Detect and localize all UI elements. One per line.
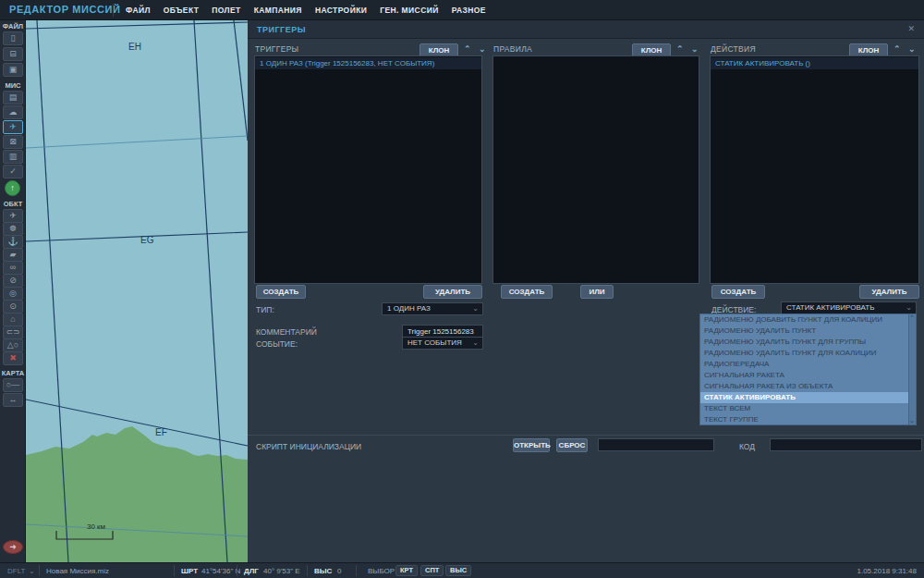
briefing-icon[interactable]: ▤ (3, 91, 23, 105)
type-select[interactable]: 1 ОДИН РАЗ ⌄ (382, 302, 483, 315)
save-mission-icon[interactable]: ▣ (3, 63, 23, 77)
altitude-layer-button[interactable]: ВЫС (445, 565, 471, 576)
action-create-button[interactable]: СОЗДАТЬ (711, 285, 765, 299)
draw-shapes-icon[interactable]: △○ (3, 338, 23, 352)
airplane-icon[interactable]: ✈ (3, 209, 23, 223)
app-title: РЕДАКТОР МИССИЙ (9, 4, 121, 15)
dropdown-option-selected[interactable]: СТАТИК АКТИВИРОВАТЬ (700, 392, 910, 403)
scroll-down-icon[interactable]: ⌄ (908, 417, 916, 424)
map-canvas: EH EG EF 30 км (26, 20, 248, 562)
linked-objects-icon[interactable]: ⊂⊃ (3, 326, 23, 339)
trigger-list-item[interactable]: 1 ОДИН РАЗ (Trigger 1525156283, НЕТ СОБЫ… (255, 57, 481, 69)
sidebar-section-file: ФАЙЛ (0, 22, 26, 31)
longitude-label: ДЛГ (244, 567, 259, 575)
open-mission-icon[interactable]: ⊟ (3, 47, 23, 61)
map-view[interactable]: EH EG EF 30 км (26, 20, 248, 562)
dropdown-option[interactable]: РАДИОМЕНЮ УДАЛИТЬ ПУНКТ (700, 326, 910, 337)
trigger-delete-button[interactable]: УДАЛИТЬ (423, 285, 482, 299)
menu-mission-generator[interactable]: ГЕН. МИССИЙ (380, 6, 438, 15)
rule-create-button[interactable]: СОЗДАТЬ (501, 285, 553, 299)
ruler-icon[interactable]: ○— (3, 378, 23, 392)
dropdown-option[interactable]: РАДИОМЕНЮ УДАЛИТЬ ПУНКТ ДЛЯ ГРУППЫ (700, 337, 910, 348)
menu-settings[interactable]: НАСТРОЙКИ (315, 6, 367, 15)
triggers-move-down-icon[interactable]: ⌄ (479, 44, 486, 54)
convoy-icon[interactable]: ∞ (3, 261, 23, 275)
menu-campaign[interactable]: КАМПАНИЯ (254, 6, 302, 15)
target-icon[interactable]: ⊙ (3, 300, 23, 314)
chevron-down-icon: ⌄ (472, 338, 479, 349)
script-file-input[interactable] (598, 438, 714, 451)
dropdown-option[interactable]: РАДИОМЕНЮ ДОБАВИТЬ ПУНКТ ДЛЯ КОАЛИЦИИ (700, 314, 910, 326)
dropdown-option[interactable]: РАДИОПЕРЕДАЧА (700, 359, 910, 370)
action-dropdown-list[interactable]: РАДИОМЕНЮ ДОБАВИТЬ ПУНКТ ДЛЯ КОАЛИЦИИ РА… (699, 314, 917, 425)
map-layer-button[interactable]: КРТ (395, 565, 418, 576)
altitude-value: 0 (337, 567, 341, 575)
triggers-panel: ТРИГГЕРЫ ✕ ТРИГГЕРЫ КЛОН ⌃ ⌄ ПРАВИЛА КЛО… (248, 20, 924, 562)
menu-flight[interactable]: ПОЛЕТ (212, 6, 240, 15)
action-list-item[interactable]: СТАТИК АКТИВИРОВАТЬ () (711, 57, 918, 69)
trigger-create-button[interactable]: СОЗДАТЬ (256, 285, 306, 299)
check-mission-icon[interactable]: ✓ (3, 165, 23, 178)
actions-move-down-icon[interactable]: ⌄ (908, 44, 916, 54)
script-reset-button[interactable]: СБРОС (556, 438, 588, 452)
menu-file[interactable]: ФАЙЛ (126, 6, 151, 15)
event-select[interactable]: НЕТ СОБЫТИЯ ⌄ (402, 337, 483, 350)
comment-input[interactable] (402, 325, 483, 338)
rules-move-down-icon[interactable]: ⌄ (691, 44, 699, 54)
delete-object-icon[interactable]: ✖ (3, 351, 23, 365)
ship-icon[interactable]: ⚓ (3, 235, 23, 249)
sidebar-section-mission: МИС (0, 81, 26, 90)
event-select-value: НЕТ СОБЫТИЯ (407, 338, 462, 347)
resources-icon[interactable]: ▥ (3, 150, 23, 164)
sidebar-section-map: КАРТА (0, 369, 26, 377)
triggers-column-header: ТРИГГЕРЫ (255, 44, 298, 54)
actions-move-up-icon[interactable]: ⌃ (894, 44, 901, 54)
profile-select[interactable]: DFLT (7, 567, 25, 575)
latitude-value: 41°54'36" N (201, 567, 240, 575)
comment-label: КОММЕНТАРИЙ (256, 327, 317, 337)
type-select-value: 1 ОДИН РАЗ (387, 304, 431, 313)
satellite-layer-button[interactable]: СПТ (420, 565, 444, 576)
dropdown-option[interactable]: СИГНАЛЬНАЯ РАКЕТА (700, 370, 910, 381)
script-open-button[interactable]: ОТКРЫТЬ (513, 438, 550, 452)
statusbar-separator (237, 565, 237, 576)
map-scale-label: 30 км (87, 523, 105, 531)
static-object-icon[interactable]: ⌂ (3, 313, 23, 326)
menu-object[interactable]: ОБЪЕКТ (164, 6, 199, 15)
new-mission-icon[interactable]: ▯ (3, 31, 23, 45)
dropdown-option[interactable]: РАДИОМЕНЮ УДАЛИТЬ ПУНКТ ДЛЯ КОАЛИЦИИ (700, 348, 910, 359)
rules-move-up-icon[interactable]: ⌃ (676, 44, 684, 54)
triggers-list[interactable]: 1 ОДИН РАЗ (Trigger 1525156283, НЕТ СОБЫ… (254, 55, 482, 284)
weather-icon[interactable]: ☁ (3, 105, 23, 119)
dropdown-scrollbar[interactable]: ⌃ ⌄ (908, 314, 916, 424)
distance-icon[interactable]: ↔ (3, 393, 23, 407)
triggers-move-up-icon[interactable]: ⌃ (464, 44, 471, 54)
actions-list[interactable]: СТАТИК АКТИВИРОВАТЬ () (710, 55, 919, 284)
chevron-down-icon: ⌄ (906, 302, 912, 314)
exit-icon[interactable]: ➜ (3, 540, 23, 554)
rule-or-button[interactable]: ИЛИ (580, 285, 614, 299)
vehicle-icon[interactable]: ▰ (3, 248, 23, 262)
fly-mission-icon[interactable]: ↑ (5, 180, 20, 196)
trigger-zone-icon[interactable]: ⊠ (3, 135, 23, 149)
action-select[interactable]: СТАТИК АКТИВИРОВАТЬ ⌄ (781, 301, 917, 314)
scroll-up-icon[interactable]: ⌃ (908, 314, 916, 322)
menu-misc[interactable]: РАЗНОЕ (452, 6, 486, 15)
action-delete-button[interactable]: УДАЛИТЬ (859, 285, 919, 299)
rules-list[interactable] (492, 55, 699, 284)
longitude-value: 40° 9'53" E (263, 567, 300, 575)
waypoint-icon[interactable]: ⊘ (3, 274, 23, 288)
zone-icon[interactable]: ◎ (3, 287, 23, 301)
routes-tool-icon[interactable]: ✈ (3, 120, 23, 134)
close-icon[interactable]: ✕ (907, 24, 915, 33)
action-select-value: СТАТИК АКТИВИРОВАТЬ (786, 303, 874, 312)
code-input[interactable] (770, 438, 922, 451)
panel-divider (248, 435, 924, 436)
grid-label-eh: EH (128, 42, 141, 52)
actions-column-header: ДЕЙСТВИЯ (711, 44, 756, 54)
dropdown-option[interactable]: ТЕКСТ ГРУППЕ (700, 414, 910, 425)
dropdown-option[interactable]: СИГНАЛЬНАЯ РАКЕТА ИЗ ОБЪЕКТА (700, 381, 910, 392)
dropdown-option[interactable]: ТЕКСТ ВСЕМ (700, 403, 910, 414)
helicopter-icon[interactable]: ☸ (3, 222, 23, 236)
latitude-label: ШРТ (181, 567, 198, 575)
